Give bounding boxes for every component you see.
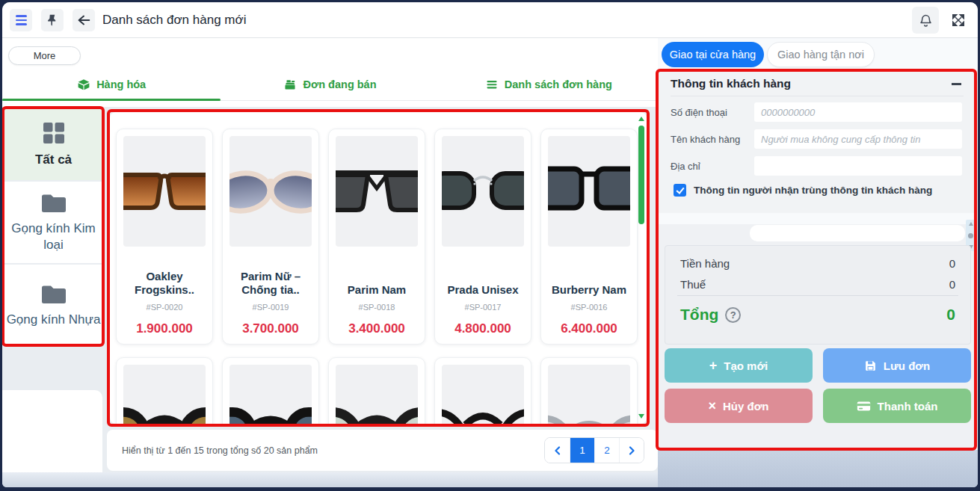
- page-1-button[interactable]: 1: [570, 438, 594, 463]
- tax-value: 0: [949, 278, 955, 291]
- pay-label: Thanh toán: [878, 400, 938, 413]
- product-card-partial[interactable]: [328, 357, 425, 424]
- product-card-partial[interactable]: [434, 357, 531, 424]
- category-gong-kinh-kim-loai[interactable]: Gọng kính Kim loại: [4, 182, 103, 263]
- customer-info-section: Thông tin khách hàng Số điện thoại Tên k…: [659, 72, 974, 213]
- save-order-label: Lưu đơn: [884, 359, 930, 372]
- scroll-up-icon: [969, 222, 973, 226]
- order-search-input[interactable]: [750, 225, 965, 241]
- folder-icon: [40, 192, 67, 214]
- minus-icon: [952, 83, 961, 85]
- tab-label: Đơn đang bán: [303, 78, 376, 90]
- pin-button[interactable]: [41, 9, 64, 31]
- phone-input[interactable]: [754, 102, 962, 122]
- product-price: 6.400.000: [548, 321, 630, 336]
- customer-section-header: Thông tin khách hàng: [671, 72, 964, 96]
- save-order-button[interactable]: Lưu đơn: [823, 348, 971, 383]
- page-title: Danh sách đơn hàng mới: [102, 2, 246, 38]
- product-grid-scrollbar[interactable]: [637, 115, 646, 420]
- cancel-order-button[interactable]: × Hủy đơn: [665, 389, 813, 423]
- checkbox-checked-icon[interactable]: [674, 184, 686, 197]
- pagination-summary: Hiển thị từ 1 đến 15 trong tổng số 20 sả…: [122, 430, 318, 471]
- product-name: Prada Unisex: [442, 260, 524, 297]
- phone-field-row: Số điện thoại: [671, 99, 962, 126]
- product-sku: #SP-0020: [123, 303, 206, 312]
- tax-label: Thuế: [680, 278, 706, 291]
- product-card-partial[interactable]: [540, 357, 638, 424]
- top-bar: Danh sách đơn hàng mới: [2, 2, 978, 38]
- address-input[interactable]: [754, 156, 962, 176]
- name-field-row: Tên khách hàng: [671, 126, 962, 152]
- product-image-sunglasses: [548, 136, 630, 247]
- scrollbar-thumb-dot: [968, 233, 973, 238]
- customer-name-input[interactable]: [754, 129, 962, 149]
- delivery-tab-store[interactable]: Giao tại cửa hàng: [662, 42, 764, 67]
- folder-icon: [40, 283, 67, 306]
- main-tabs: Hàng hóa Đơn đang bán Danh sách đơn hàng: [2, 68, 658, 101]
- product-image-sunglasses: [442, 136, 524, 247]
- hamburger-icon: [16, 15, 27, 25]
- product-sku: #SP-0019: [229, 303, 312, 312]
- total-label: Tổng: [680, 306, 718, 324]
- product-sku: #SP-0017: [442, 303, 524, 312]
- bottom-left-panel: [2, 390, 102, 472]
- page-2-button[interactable]: 2: [594, 438, 619, 463]
- scroll-down-icon: [638, 414, 644, 419]
- delivery-tab-home[interactable]: Giao hàng tận nơi: [767, 42, 875, 67]
- menu-button[interactable]: [10, 9, 32, 31]
- product-card[interactable]: Parim Nam #SP-0018 3.400.000: [328, 129, 425, 345]
- tab-don-dang-ban[interactable]: Đơn đang bán: [221, 68, 439, 100]
- product-name: Parim Nữ – Chống tia..: [229, 260, 312, 297]
- order-summary: Tiền hàng 0 Thuế 0 Tổng ? 0: [665, 245, 971, 345]
- fullscreen-button[interactable]: [951, 13, 966, 28]
- subtotal-value: 0: [949, 257, 955, 270]
- prev-page-button[interactable]: [545, 438, 570, 463]
- next-page-button[interactable]: [619, 438, 644, 463]
- cancel-order-label: Hủy đơn: [723, 400, 769, 413]
- same-info-checkbox-row: Thông tin người nhận trùng thông tin khá…: [674, 184, 932, 197]
- address-label: Địa chỉ: [671, 161, 754, 172]
- customer-section-title: Thông tin khách hàng: [671, 77, 791, 90]
- back-button[interactable]: [73, 9, 95, 31]
- close-icon: ×: [708, 399, 716, 413]
- expand-icon: [951, 13, 966, 28]
- more-button[interactable]: More: [8, 46, 81, 65]
- subtotal-label: Tiền hàng: [680, 257, 730, 270]
- category-sidebar: Tất cả Gọng kính Kim loại Gọng kính Nhựa: [4, 108, 103, 348]
- product-sku: #SP-0016: [548, 303, 630, 312]
- bell-icon: [919, 13, 933, 28]
- product-price: 3.400.000: [336, 321, 418, 336]
- notifications-button[interactable]: [912, 7, 939, 34]
- collapse-button[interactable]: [950, 77, 964, 90]
- product-name: Burberry Nam: [548, 260, 630, 297]
- grid-icon: [41, 120, 67, 146]
- phone-label: Số điện thoại: [671, 107, 754, 118]
- same-info-checkbox-label: Thông tin người nhận trùng thông tin khá…: [694, 185, 932, 196]
- scrollbar-thumb[interactable]: [638, 126, 644, 224]
- product-image-sunglasses: [229, 365, 312, 424]
- product-card[interactable]: Prada Unisex #SP-0017 4.800.000: [434, 129, 531, 345]
- topbar-actions: [912, 2, 966, 38]
- product-card[interactable]: Parim Nữ – Chống tia.. #SP-0019 3.700.00…: [222, 129, 319, 345]
- category-gong-kinh-nhua[interactable]: Gọng kính Nhựa: [4, 265, 103, 346]
- back-arrow-icon: [76, 13, 91, 28]
- tab-danh-sach-don-hang[interactable]: Danh sách đơn hàng: [440, 68, 658, 100]
- product-image-sunglasses: [123, 365, 206, 424]
- chevron-left-icon: [553, 446, 562, 455]
- panel-divider-strip: [659, 213, 974, 224]
- help-icon[interactable]: ?: [725, 307, 741, 323]
- product-grid: Oakley Frogskins.. #SP-0020 1.900.000 Pa…: [110, 112, 647, 424]
- tab-label: Danh sách đơn hàng: [505, 78, 612, 90]
- tab-hang-hoa[interactable]: Hàng hóa: [2, 68, 221, 100]
- pay-button[interactable]: Thanh toán: [823, 389, 971, 423]
- product-card-partial[interactable]: [222, 357, 319, 424]
- product-image-sunglasses: [229, 136, 312, 247]
- category-all[interactable]: Tất cả: [4, 108, 103, 180]
- product-card-partial[interactable]: [116, 357, 213, 424]
- scroll-up-icon: [638, 117, 644, 121]
- product-card[interactable]: Oakley Frogskins.. #SP-0020 1.900.000: [116, 129, 213, 345]
- pagination-bar: Hiển thị từ 1 đến 15 trong tổng số 20 sả…: [107, 430, 658, 471]
- pos-app: Danh sách đơn hàng mới More: [2, 2, 978, 487]
- product-card[interactable]: Burberry Nam #SP-0016 6.400.000: [540, 129, 638, 345]
- create-new-button[interactable]: + Tạo mới: [665, 348, 813, 383]
